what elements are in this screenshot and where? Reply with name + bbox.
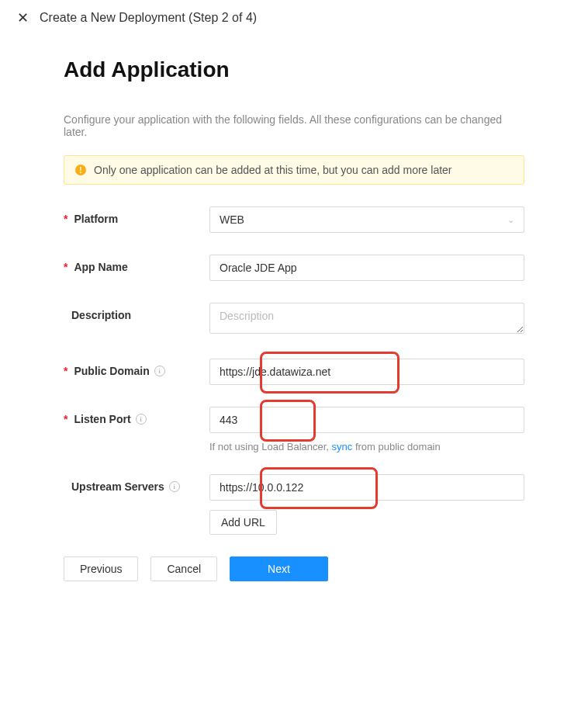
- chevron-down-icon: ⌄: [507, 215, 514, 225]
- platform-label-text: Platform: [74, 213, 118, 225]
- description-textarea[interactable]: [209, 303, 524, 334]
- previous-button[interactable]: Previous: [64, 556, 138, 581]
- upstream-label: Upstream Servers i: [64, 474, 209, 493]
- field-platform: * Platform WEB ⌄: [64, 206, 524, 233]
- alert-text: Only one application can be added at thi…: [94, 164, 452, 176]
- platform-label: * Platform: [64, 206, 209, 225]
- field-description: Description: [64, 303, 524, 337]
- required-star: *: [64, 261, 67, 273]
- sync-link[interactable]: sync: [332, 441, 353, 452]
- info-icon[interactable]: i: [154, 366, 165, 376]
- dialog-content: Add Application Configure your applicati…: [0, 36, 588, 612]
- platform-select[interactable]: WEB ⌄: [209, 206, 524, 233]
- platform-value: WEB: [220, 213, 244, 226]
- public-domain-input[interactable]: [209, 359, 524, 385]
- hint-prefix: If not using Load Balancer,: [209, 441, 332, 452]
- listen-port-hint: If not using Load Balancer, sync from pu…: [209, 441, 524, 452]
- field-upstream-servers: Upstream Servers i Add URL: [64, 474, 524, 535]
- required-star: *: [64, 413, 67, 425]
- field-listen-port: * Listen Port i If not using Load Balanc…: [64, 407, 524, 452]
- hint-suffix: from public domain: [352, 441, 440, 452]
- required-star: *: [64, 365, 67, 377]
- public-domain-label: * Public Domain i: [64, 359, 209, 377]
- listen-port-input[interactable]: [209, 407, 524, 433]
- field-app-name: * App Name: [64, 255, 524, 281]
- page-description: Configure your application with the foll…: [64, 113, 524, 138]
- field-public-domain: * Public Domain i: [64, 359, 524, 385]
- close-icon[interactable]: ✕: [17, 11, 29, 25]
- app-name-label: * App Name: [64, 255, 209, 273]
- required-star: *: [64, 213, 67, 225]
- description-label-text: Description: [71, 309, 131, 321]
- upstream-label-text: Upstream Servers: [71, 480, 164, 493]
- info-alert: ! Only one application can be added at t…: [64, 155, 524, 185]
- add-url-button[interactable]: Add URL: [209, 510, 277, 535]
- cancel-button[interactable]: Cancel: [150, 556, 217, 581]
- footer-buttons: Previous Cancel Next: [64, 556, 524, 581]
- next-button[interactable]: Next: [230, 556, 328, 581]
- upstream-input[interactable]: [209, 474, 524, 501]
- dialog-header: ✕ Create a New Deployment (Step 2 of 4): [0, 0, 588, 36]
- public-domain-label-text: Public Domain: [74, 365, 149, 377]
- listen-port-label: * Listen Port i: [64, 407, 209, 425]
- listen-port-label-text: Listen Port: [74, 413, 130, 425]
- info-icon[interactable]: i: [136, 414, 147, 425]
- app-name-label-text: App Name: [74, 261, 127, 273]
- info-icon[interactable]: i: [169, 481, 180, 492]
- dialog-title: Create a New Deployment (Step 2 of 4): [40, 11, 257, 25]
- description-label: Description: [64, 303, 209, 321]
- info-icon: !: [75, 165, 86, 175]
- page-title: Add Application: [64, 57, 524, 82]
- app-name-input[interactable]: [209, 255, 524, 281]
